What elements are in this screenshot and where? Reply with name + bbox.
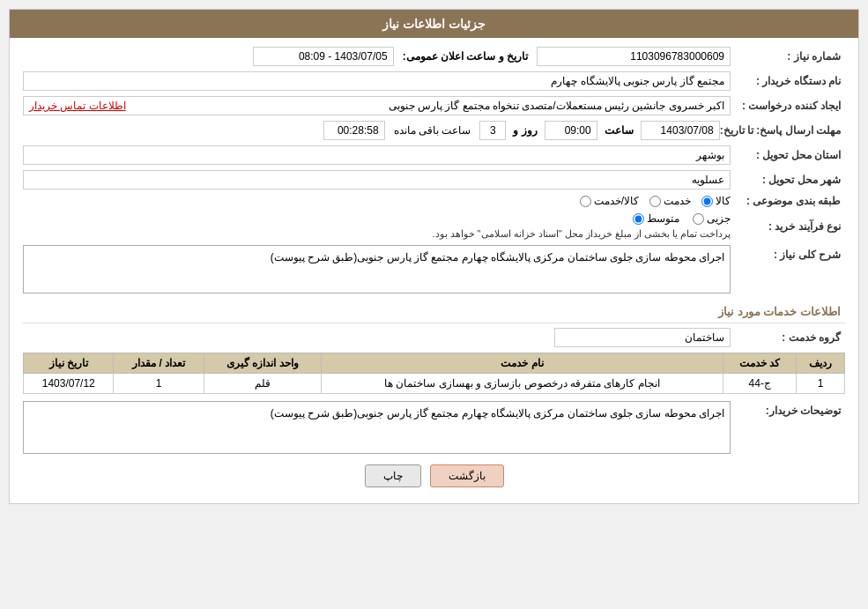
creator-value-box: اکبر خسروی جانشین رئیس مستعملات/متصدی تن… bbox=[23, 96, 731, 115]
cell-unit: قلم bbox=[204, 374, 321, 394]
buyer-org-value: مجتمع گاز پارس جنوبی پالایشگاه چهارم bbox=[23, 71, 731, 91]
print-button[interactable]: چاپ bbox=[365, 464, 421, 487]
header-title: جزئیات اطلاعات نیاز bbox=[382, 17, 486, 31]
creator-link[interactable]: اطلاعات تماس خریدار bbox=[29, 100, 126, 112]
process-motevaset-label: متوسط bbox=[647, 212, 679, 225]
col-unit: واحد اندازه گیری bbox=[204, 353, 321, 374]
page-wrapper: جزئیات اطلاعات نیاز شماره نیاز : 1103096… bbox=[0, 0, 868, 609]
process-option-motevaset[interactable]: متوسط bbox=[633, 212, 679, 225]
content-area: شماره نیاز : 1103096783000609 تاریخ و سا… bbox=[10, 38, 858, 503]
category-radio-group: کالا/خدمت خدمت کالا bbox=[23, 195, 731, 207]
buyer-desc-row: توضیحات خریدار: اجرای محوطه سازی جلوی سا… bbox=[23, 401, 845, 454]
announce-date-value: 1403/07/05 - 08:09 bbox=[253, 47, 394, 66]
province-row: استان محل تحویل : بوشهر bbox=[23, 145, 845, 165]
need-desc-label: شرح کلی نیاز : bbox=[731, 245, 845, 261]
col-service-code: کد خدمت bbox=[723, 353, 797, 374]
deadline-days: 3 bbox=[479, 121, 506, 140]
deadline-label: مهلت ارسال پاسخ: تا تاریخ: bbox=[720, 124, 845, 137]
category-option-khedmat-label: خدمت bbox=[664, 195, 691, 207]
category-option-kala[interactable]: کالا bbox=[701, 195, 731, 207]
table-row: 1 ج-44 انجام کارهای متفرقه درخصوص بازساز… bbox=[24, 374, 845, 394]
need-number-label: شماره نیاز : bbox=[731, 50, 845, 63]
category-radio-kala-khedmat[interactable] bbox=[580, 196, 591, 207]
delivery-city-label: شهر محل تحویل : bbox=[731, 174, 845, 186]
remaining-label: ساعت باقی مانده bbox=[394, 124, 471, 137]
buyer-org-row: نام دستگاه خریدار : مجتمع گاز پارس جنوبی… bbox=[23, 71, 845, 91]
deadline-date: 1403/07/08 bbox=[641, 121, 720, 140]
process-note-text: پرداخت تمام یا بخشی از مبلغ خریداز محل "… bbox=[432, 228, 731, 239]
category-option-kala-label: کالا bbox=[716, 195, 731, 207]
category-radio-kala[interactable] bbox=[701, 196, 713, 207]
bottom-buttons: بازگشت چاپ bbox=[23, 464, 845, 487]
col-service-name: نام خدمت bbox=[321, 353, 723, 374]
service-group-row: گروه خدمت : ساختمان bbox=[23, 328, 845, 347]
cell-row-num: 1 bbox=[797, 374, 845, 394]
cell-service-name: انجام کارهای متفرقه درخصوص بازسازی و بهس… bbox=[321, 374, 723, 394]
header-bar: جزئیات اطلاعات نیاز bbox=[10, 10, 858, 38]
need-desc-value: اجرای محوطه سازی جلوی ساختمان مرکزی پالا… bbox=[23, 245, 731, 293]
category-row: طبقه بندی موضوعی : کالا/خدمت خدمت کالا bbox=[23, 195, 845, 207]
process-label: نوع فرآیند خرید : bbox=[731, 220, 845, 233]
creator-value: اکبر خسروی جانشین رئیس مستعملات/متصدی تن… bbox=[389, 100, 724, 112]
buyer-desc-label: توضیحات خریدار: bbox=[731, 401, 845, 417]
cell-service-code: ج-44 bbox=[723, 374, 797, 394]
process-option-jozee[interactable]: جزیی bbox=[693, 212, 731, 225]
process-area: جزیی متوسط پرداخت تمام یا بخشی از مبلغ خ… bbox=[23, 212, 731, 240]
announce-date-label: تاریخ و ساعت اعلان عمومی: bbox=[403, 50, 528, 63]
col-row-num: ردیف bbox=[797, 353, 845, 374]
col-quantity: تعداد / مقدار bbox=[114, 353, 204, 374]
back-button[interactable]: بازگشت bbox=[430, 464, 504, 487]
col-date: تاریخ نیاز bbox=[24, 353, 114, 374]
process-radio-motevaset[interactable] bbox=[633, 213, 644, 225]
category-radio-khedmat[interactable] bbox=[649, 196, 661, 207]
creator-label: ایجاد کننده درخواست : bbox=[731, 100, 845, 112]
process-row: نوع فرآیند خرید : جزیی متوسط پرداخت bbox=[23, 212, 845, 240]
delivery-province-label: استان محل تحویل : bbox=[731, 149, 845, 161]
deadline-time: 09:00 bbox=[545, 121, 597, 140]
services-section-title: اطلاعات خدمات مورد نیاز bbox=[23, 301, 845, 323]
services-table: ردیف کد خدمت نام خدمت واحد اندازه گیری ت… bbox=[23, 353, 845, 394]
service-group-label: گروه خدمت : bbox=[731, 331, 845, 344]
remaining-time: 00:28:58 bbox=[323, 121, 385, 140]
process-radio-group: جزیی متوسط bbox=[23, 212, 731, 225]
buyer-org-label: نام دستگاه خریدار : bbox=[731, 75, 845, 87]
cell-quantity: 1 bbox=[114, 374, 204, 394]
process-jozee-label: جزیی bbox=[707, 212, 731, 225]
process-note: پرداخت تمام یا بخشی از مبلغ خریداز محل "… bbox=[23, 227, 731, 240]
process-radio-jozee[interactable] bbox=[693, 213, 704, 225]
deadline-date-time: 1403/07/08 ساعت 09:00 روز و 3 ساعت باقی … bbox=[23, 121, 720, 140]
category-label: طبقه بندی موضوعی : bbox=[731, 195, 845, 207]
service-group-value: ساختمان bbox=[554, 328, 731, 347]
need-number-value: 1103096783000609 bbox=[537, 47, 731, 66]
days-label: روز و bbox=[513, 124, 537, 137]
cell-date: 1403/07/12 bbox=[24, 374, 114, 394]
deadline-row: مهلت ارسال پاسخ: تا تاریخ: 1403/07/08 سا… bbox=[23, 121, 845, 140]
table-header-row: ردیف کد خدمت نام خدمت واحد اندازه گیری ت… bbox=[24, 353, 845, 374]
creator-row: ایجاد کننده درخواست : اکبر خسروی جانشین … bbox=[23, 96, 845, 115]
category-option-kala-khedmat[interactable]: کالا/خدمت bbox=[580, 195, 639, 207]
buyer-desc-value: اجرای محوطه سازی جلوی ساختمان مرکزی پالا… bbox=[23, 401, 731, 454]
category-option-kala-khedmat-label: کالا/خدمت bbox=[594, 195, 639, 207]
category-option-khedmat[interactable]: خدمت bbox=[649, 195, 691, 207]
city-row: شهر محل تحویل : عسلویه bbox=[23, 170, 845, 189]
delivery-province-value: بوشهر bbox=[23, 145, 731, 165]
main-card: جزئیات اطلاعات نیاز شماره نیاز : 1103096… bbox=[9, 9, 859, 504]
time-label: ساعت bbox=[605, 124, 634, 137]
delivery-city-value: عسلویه bbox=[23, 170, 731, 189]
need-number-row: شماره نیاز : 1103096783000609 تاریخ و سا… bbox=[23, 47, 845, 66]
need-desc-row: شرح کلی نیاز : اجرای محوطه سازی جلوی ساخ… bbox=[23, 245, 845, 293]
